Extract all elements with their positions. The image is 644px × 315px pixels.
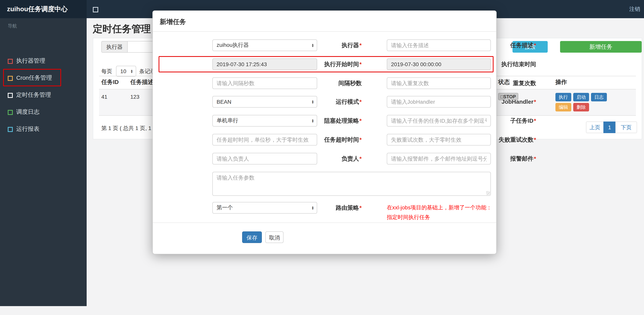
select-arrows-icon: ▲▼ — [311, 100, 314, 104]
timeout-input[interactable] — [212, 134, 317, 146]
alarm-email-input[interactable] — [387, 153, 491, 164]
task-desc-input[interactable] — [387, 40, 491, 51]
save-button[interactable]: 保存 — [242, 231, 262, 243]
add-task-modal: 新增任务 执行器* zuihou执行器 ▲▼ 任务描述* 执行开始时间* 执行结… — [152, 11, 497, 254]
select-arrows-icon: ▲▼ — [311, 206, 314, 210]
cancel-button[interactable]: 取消 — [265, 231, 284, 243]
sidebar: 导航 执行器管理 Cron任务管理 定时任务管理 调度日志 运行报表 — [0, 18, 87, 306]
jobhandler-input[interactable] — [387, 96, 491, 108]
interval-input[interactable] — [212, 77, 317, 89]
square-icon — [8, 59, 13, 64]
delete-button[interactable]: 删除 — [573, 103, 589, 111]
edit-button[interactable]: 编辑 — [556, 103, 571, 111]
pagination-prev-button[interactable]: 上页 — [586, 122, 604, 133]
repeat-input[interactable] — [387, 77, 491, 89]
sidebar-toggle-icon[interactable] — [93, 7, 98, 12]
per-page-label: 每页 — [101, 66, 112, 77]
logout-link[interactable]: 注销 — [629, 0, 640, 18]
sidebar-item-dispatch-log[interactable]: 调度日志 — [0, 103, 87, 120]
executor-select[interactable]: zuihou执行器 ▲▼ — [212, 40, 317, 51]
start-time-input[interactable] — [212, 59, 317, 70]
modal-title: 新增任务 — [160, 18, 186, 26]
block-strategy-select[interactable]: 单机串行 ▲▼ — [212, 115, 317, 127]
cell-task-id: 41 — [101, 94, 107, 100]
sidebar-item-label: Cron任务管理 — [16, 69, 52, 86]
end-time-input[interactable] — [387, 59, 491, 70]
run-mode-select[interactable]: BEAN ▲▼ — [212, 96, 317, 108]
sidebar-item-run-report[interactable]: 运行报表 — [0, 120, 87, 137]
cell-task-desc: 123 — [130, 94, 140, 100]
modal-header-divider — [153, 31, 496, 32]
fail-retry-input[interactable] — [387, 134, 491, 146]
modal-footer-divider — [153, 222, 496, 223]
pagination-page-1-button[interactable]: 1 — [604, 122, 616, 133]
job-param-textarea[interactable] — [212, 172, 491, 196]
sidebar-item-cron-task[interactable]: Cron任务管理 — [0, 69, 87, 86]
square-icon — [8, 127, 13, 132]
feature-note: 在xxl-jobs项目的基础上，新增了一个功能： 指定时间执行任务 — [387, 203, 495, 222]
col-header-actions: 操作 — [556, 79, 567, 86]
child-job-input[interactable] — [387, 115, 491, 127]
pagination-next-button[interactable]: 下页 — [616, 122, 637, 133]
select-arrows-icon: ▲▼ — [311, 43, 314, 47]
resize-grip-icon[interactable] — [486, 191, 490, 195]
sidebar-item-label: 调度日志 — [16, 103, 40, 120]
run-button[interactable]: 执行 — [556, 93, 571, 101]
sidebar-item-label: 执行器管理 — [16, 52, 45, 69]
sidebar-item-label: 定时任务管理 — [16, 86, 51, 103]
select-arrows-icon: ▲▼ — [130, 69, 133, 73]
square-icon — [8, 76, 13, 81]
square-icon — [8, 110, 13, 115]
sidebar-nav-label: 导航 — [8, 23, 17, 30]
per-page-value: 10 — [120, 68, 126, 74]
per-page-select[interactable]: 10 ▲▼ — [116, 66, 136, 77]
square-icon — [8, 93, 13, 98]
page-title: 定时任务管理 — [93, 23, 151, 35]
author-input[interactable] — [212, 153, 317, 164]
app-root: zuihou任务调度中心 注销 导航 执行器管理 Cron任务管理 定时任务管理… — [0, 0, 644, 315]
executor-filter-label: 执行器 — [101, 41, 128, 53]
add-task-button[interactable]: 新增任务 — [560, 41, 642, 53]
sidebar-item-label: 运行报表 — [16, 120, 40, 137]
sidebar-item-executor-manage[interactable]: 执行器管理 — [0, 52, 87, 69]
start-button[interactable]: 启动 — [573, 93, 589, 101]
route-strategy-select[interactable]: 第一个 ▲▼ — [212, 202, 317, 214]
select-arrows-icon: ▲▼ — [311, 119, 314, 123]
log-button[interactable]: 日志 — [591, 93, 607, 101]
col-header-task-id: 任务ID — [101, 79, 119, 86]
brand-title[interactable]: zuihou任务调度中心 — [0, 0, 87, 18]
col-header-task-desc: 任务描述 — [130, 79, 154, 86]
sidebar-item-timed-task[interactable]: 定时任务管理 — [0, 86, 87, 103]
